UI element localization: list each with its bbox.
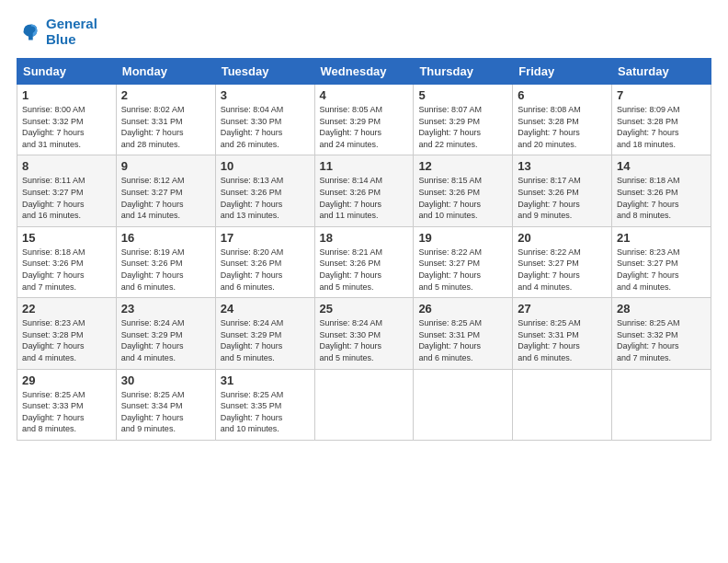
day-info: Sunrise: 8:08 AM Sunset: 3:28 PM Dayligh… [518,104,607,150]
day-cell [513,369,612,440]
day-info: Sunrise: 8:25 AM Sunset: 3:35 PM Dayligh… [221,389,310,435]
day-number: 31 [221,373,310,387]
day-cell: 5Sunrise: 8:07 AM Sunset: 3:29 PM Daylig… [414,85,513,155]
day-number: 23 [121,302,210,316]
day-header-tuesday: Tuesday [215,59,314,85]
day-info: Sunrise: 8:23 AM Sunset: 3:27 PM Dayligh… [617,247,706,293]
day-info: Sunrise: 8:24 AM Sunset: 3:30 PM Dayligh… [320,317,409,363]
day-cell: 23Sunrise: 8:24 AM Sunset: 3:29 PM Dayli… [116,298,215,369]
day-info: Sunrise: 8:14 AM Sunset: 3:26 PM Dayligh… [320,175,409,221]
day-info: Sunrise: 8:18 AM Sunset: 3:26 PM Dayligh… [617,175,706,221]
day-number: 9 [121,159,210,173]
day-cell [612,369,711,440]
day-header-monday: Monday [116,59,215,85]
day-info: Sunrise: 8:25 AM Sunset: 3:32 PM Dayligh… [617,317,706,363]
day-number: 12 [418,159,507,173]
day-info: Sunrise: 8:22 AM Sunset: 3:27 PM Dayligh… [418,247,507,293]
day-cell: 2Sunrise: 8:02 AM Sunset: 3:31 PM Daylig… [116,85,215,155]
day-number: 18 [320,231,409,245]
day-info: Sunrise: 8:05 AM Sunset: 3:29 PM Dayligh… [320,104,409,150]
day-cell: 21Sunrise: 8:23 AM Sunset: 3:27 PM Dayli… [612,226,711,297]
day-cell: 15Sunrise: 8:18 AM Sunset: 3:26 PM Dayli… [17,226,117,297]
day-info: Sunrise: 8:00 AM Sunset: 3:32 PM Dayligh… [22,104,111,150]
day-info: Sunrise: 8:21 AM Sunset: 3:26 PM Dayligh… [320,247,409,293]
day-info: Sunrise: 8:24 AM Sunset: 3:29 PM Dayligh… [121,317,210,363]
day-number: 28 [617,302,706,316]
day-info: Sunrise: 8:25 AM Sunset: 3:31 PM Dayligh… [418,317,507,363]
day-number: 1 [22,88,111,102]
day-cell: 16Sunrise: 8:19 AM Sunset: 3:26 PM Dayli… [116,226,215,297]
week-row-4: 22Sunrise: 8:23 AM Sunset: 3:28 PM Dayli… [17,298,711,369]
day-info: Sunrise: 8:19 AM Sunset: 3:26 PM Dayligh… [121,247,210,293]
logo: General Blue [17,17,97,47]
day-cell: 20Sunrise: 8:22 AM Sunset: 3:27 PM Dayli… [513,226,612,297]
day-cell: 28Sunrise: 8:25 AM Sunset: 3:32 PM Dayli… [612,298,711,369]
day-cell: 25Sunrise: 8:24 AM Sunset: 3:30 PM Dayli… [314,298,414,369]
calendar-body: 1Sunrise: 8:00 AM Sunset: 3:32 PM Daylig… [17,85,711,441]
day-cell: 22Sunrise: 8:23 AM Sunset: 3:28 PM Dayli… [17,298,117,369]
day-info: Sunrise: 8:02 AM Sunset: 3:31 PM Dayligh… [121,104,210,150]
day-cell: 9Sunrise: 8:12 AM Sunset: 3:27 PM Daylig… [116,155,215,226]
day-header-wednesday: Wednesday [314,59,414,85]
day-number: 17 [221,231,310,245]
day-cell: 11Sunrise: 8:14 AM Sunset: 3:26 PM Dayli… [314,155,414,226]
day-number: 26 [418,302,507,316]
day-number: 21 [617,231,706,245]
day-cell: 26Sunrise: 8:25 AM Sunset: 3:31 PM Dayli… [414,298,513,369]
day-info: Sunrise: 8:11 AM Sunset: 3:27 PM Dayligh… [22,175,111,221]
day-number: 4 [320,88,409,102]
day-info: Sunrise: 8:04 AM Sunset: 3:30 PM Dayligh… [221,104,310,150]
week-row-5: 29Sunrise: 8:25 AM Sunset: 3:33 PM Dayli… [17,369,711,440]
day-info: Sunrise: 8:13 AM Sunset: 3:26 PM Dayligh… [221,175,310,221]
day-number: 22 [22,302,111,316]
day-cell: 31Sunrise: 8:25 AM Sunset: 3:35 PM Dayli… [215,369,314,440]
day-number: 16 [121,231,210,245]
week-row-1: 1Sunrise: 8:00 AM Sunset: 3:32 PM Daylig… [17,85,711,155]
day-header-friday: Friday [513,59,612,85]
week-row-3: 15Sunrise: 8:18 AM Sunset: 3:26 PM Dayli… [17,226,711,297]
day-header-sunday: Sunday [17,59,117,85]
day-number: 3 [221,88,310,102]
calendar-header-row: SundayMondayTuesdayWednesdayThursdayFrid… [17,59,711,85]
day-cell: 1Sunrise: 8:00 AM Sunset: 3:32 PM Daylig… [17,85,117,155]
day-info: Sunrise: 8:15 AM Sunset: 3:26 PM Dayligh… [418,175,507,221]
day-cell: 27Sunrise: 8:25 AM Sunset: 3:31 PM Dayli… [513,298,612,369]
day-cell: 7Sunrise: 8:09 AM Sunset: 3:28 PM Daylig… [612,85,711,155]
day-number: 25 [320,302,409,316]
day-cell: 17Sunrise: 8:20 AM Sunset: 3:26 PM Dayli… [215,226,314,297]
day-number: 11 [320,159,409,173]
calendar-table: SundayMondayTuesdayWednesdayThursdayFrid… [17,58,711,441]
day-cell: 29Sunrise: 8:25 AM Sunset: 3:33 PM Dayli… [17,369,117,440]
day-cell: 4Sunrise: 8:05 AM Sunset: 3:29 PM Daylig… [314,85,414,155]
day-cell: 10Sunrise: 8:13 AM Sunset: 3:26 PM Dayli… [215,155,314,226]
day-header-saturday: Saturday [612,59,711,85]
day-number: 8 [22,159,111,173]
day-info: Sunrise: 8:24 AM Sunset: 3:29 PM Dayligh… [221,317,310,363]
day-cell: 3Sunrise: 8:04 AM Sunset: 3:30 PM Daylig… [215,85,314,155]
day-number: 10 [221,159,310,173]
day-cell: 12Sunrise: 8:15 AM Sunset: 3:26 PM Dayli… [414,155,513,226]
day-number: 24 [221,302,310,316]
day-number: 14 [617,159,706,173]
day-info: Sunrise: 8:22 AM Sunset: 3:27 PM Dayligh… [518,247,607,293]
day-number: 29 [22,373,111,387]
day-cell: 8Sunrise: 8:11 AM Sunset: 3:27 PM Daylig… [17,155,117,226]
day-info: Sunrise: 8:20 AM Sunset: 3:26 PM Dayligh… [221,247,310,293]
week-row-2: 8Sunrise: 8:11 AM Sunset: 3:27 PM Daylig… [17,155,711,226]
day-info: Sunrise: 8:25 AM Sunset: 3:31 PM Dayligh… [518,317,607,363]
day-header-thursday: Thursday [414,59,513,85]
day-cell: 19Sunrise: 8:22 AM Sunset: 3:27 PM Dayli… [414,226,513,297]
day-number: 13 [518,159,607,173]
day-number: 19 [418,231,507,245]
day-number: 2 [121,88,210,102]
day-info: Sunrise: 8:12 AM Sunset: 3:27 PM Dayligh… [121,175,210,221]
day-number: 30 [121,373,210,387]
day-number: 27 [518,302,607,316]
logo-icon [17,19,42,45]
day-cell: 6Sunrise: 8:08 AM Sunset: 3:28 PM Daylig… [513,85,612,155]
day-number: 5 [418,88,507,102]
day-info: Sunrise: 8:25 AM Sunset: 3:34 PM Dayligh… [121,389,210,435]
logo-text: General Blue [46,17,97,47]
day-cell: 30Sunrise: 8:25 AM Sunset: 3:34 PM Dayli… [116,369,215,440]
header: General Blue [17,17,711,47]
